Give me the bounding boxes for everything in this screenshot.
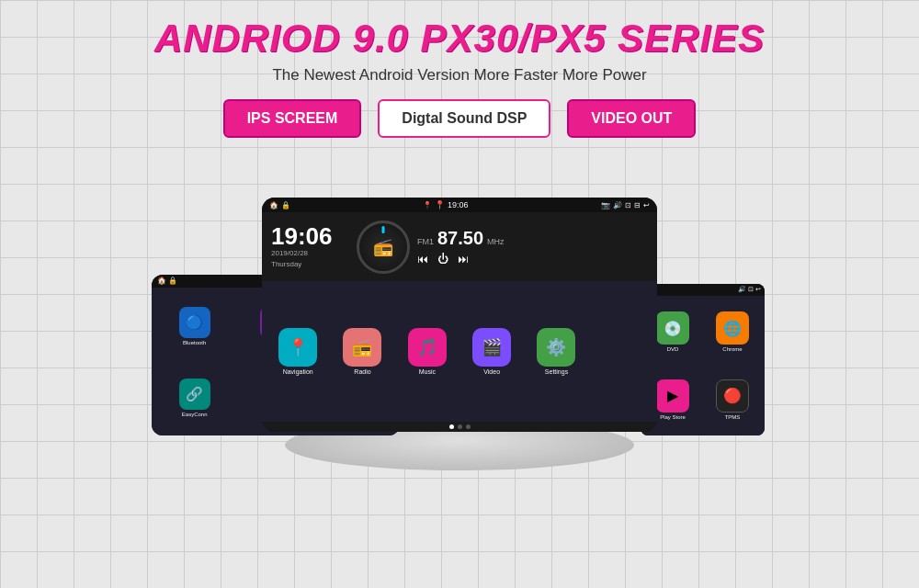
lock-icon: 🔒 bbox=[281, 201, 290, 209]
status-right-icons: 📷 🔊 ⊡ ⊟ ↩ bbox=[601, 201, 650, 209]
right-app-chrome-label: Chrome bbox=[722, 346, 742, 352]
settings-icon: ⚙️ bbox=[537, 328, 575, 367]
location-icon: 📍 bbox=[423, 201, 432, 209]
playstore-icon: ▶ bbox=[656, 379, 689, 413]
fm-unit: MHz bbox=[487, 237, 505, 246]
fm-freq-row: FM1 87.50 MHz bbox=[417, 228, 648, 249]
back-app-bluetooth-label: Bluetooth bbox=[183, 340, 206, 345]
app-settings-label: Settings bbox=[545, 368, 568, 375]
device-right: 🏠 🔊 ⊡ ↩ 💿 DVD 🌐 Chrome ▶ Play Store 🔴 bbox=[641, 284, 765, 435]
nav-dot-2 bbox=[458, 424, 462, 429]
top-info-section: 19:06 2019/02/28 Thursday 📻 FM1 87.50 MH… bbox=[262, 212, 657, 281]
back-app-easyconn[interactable]: 🔗 EasyConn bbox=[155, 363, 233, 432]
power-button[interactable]: ⏻ bbox=[437, 253, 448, 266]
right-app-dvd-label: DVD bbox=[667, 346, 679, 352]
app-radio[interactable]: 📻 Radio bbox=[332, 287, 392, 416]
video-icon: 🎬 bbox=[472, 328, 511, 367]
right-app-chrome[interactable]: 🌐 Chrome bbox=[704, 300, 761, 365]
right-app-tpms[interactable]: 🔴 TPMS bbox=[704, 368, 761, 433]
easyconn-icon: 🔗 bbox=[179, 379, 210, 410]
status-bar: 🏠 🔒 📍 📍 19:06 📷 🔊 ⊡ ⊟ ↩ bbox=[262, 198, 657, 212]
app-empty bbox=[591, 287, 652, 416]
status-left-icons: 🏠 🔒 bbox=[269, 201, 290, 209]
prev-track-button[interactable]: ⏮ bbox=[417, 253, 428, 266]
nav-dots bbox=[262, 422, 657, 432]
music-icon: 🎵 bbox=[408, 328, 447, 367]
status-time: 📍 19:06 bbox=[435, 200, 468, 209]
clock-time: 19:06 bbox=[271, 224, 349, 248]
app-music[interactable]: 🎵 Music bbox=[397, 287, 458, 416]
fm-frequency: 87.50 bbox=[437, 228, 483, 249]
camera-icon: 📷 bbox=[601, 201, 610, 209]
back-home-icon: 🏠 🔒 bbox=[157, 277, 177, 286]
app-navigation[interactable]: 📍 Navigation bbox=[267, 287, 328, 416]
navigation-icon: 📍 bbox=[278, 328, 317, 367]
app-video-label: Video bbox=[483, 368, 500, 375]
right-app-grid: 💿 DVD 🌐 Chrome ▶ Play Store 🔴 TPMS bbox=[641, 296, 765, 435]
fm-band-label: FM1 bbox=[417, 237, 434, 246]
chrome-icon: 🌐 bbox=[716, 311, 749, 345]
nav-dot-3 bbox=[466, 424, 471, 429]
badge-dsp: Digtal Sound DSP bbox=[378, 99, 550, 138]
clock-date: 2019/02/28 bbox=[271, 248, 349, 258]
app-settings[interactable]: ⚙️ Settings bbox=[526, 287, 586, 416]
dvd-icon: 💿 bbox=[656, 311, 689, 345]
badges-row: IPS SCREEM Digtal Sound DSP VIDEO OUT bbox=[223, 99, 697, 138]
status-center: 📍 📍 19:06 bbox=[423, 200, 468, 209]
radio-dial[interactable]: 📻 bbox=[357, 220, 410, 274]
bluetooth-icon: 🔵 bbox=[179, 307, 210, 338]
right-status-icons: 🔊 ⊡ ↩ bbox=[738, 286, 761, 294]
badge-video: VIDEO OUT bbox=[567, 99, 696, 138]
app-music-label: Music bbox=[419, 368, 436, 375]
radio-dial-icon: 📻 bbox=[373, 237, 393, 257]
window-icon: ⊟ bbox=[634, 201, 641, 209]
tpms-icon: 🔴 bbox=[716, 379, 749, 413]
subtitle: The Newest Android Version More Faster M… bbox=[272, 66, 646, 85]
nav-dot-1 bbox=[449, 424, 454, 429]
radio-controls: ⏮ ⏻ ⏭ bbox=[417, 253, 648, 266]
back-app-bluetooth[interactable]: 🔵 Bluetooth bbox=[155, 291, 233, 360]
screens-area: 🏠 🔒 ⊡ ⊟ ↩ 🔵 Bluetooth 🎧 A2DP 🖼️ Gallery bbox=[101, 158, 818, 470]
badge-ips: IPS SCREEM bbox=[223, 99, 362, 138]
device-front: 🏠 🔒 📍 📍 19:06 📷 🔊 ⊡ ⊟ ↩ bbox=[262, 198, 657, 432]
radio-app-icon: 📻 bbox=[343, 328, 381, 367]
screen-icon: ⊡ bbox=[625, 201, 631, 209]
app-navigation-label: Navigation bbox=[283, 368, 313, 375]
home-icon[interactable]: 🏠 bbox=[269, 201, 278, 209]
right-status-bar: 🏠 🔊 ⊡ ↩ bbox=[641, 284, 765, 296]
right-app-playstore-label: Play Store bbox=[660, 414, 686, 420]
content-wrapper: ANDRIOD 9.0 PX30/PX5 SERIES The Newest A… bbox=[0, 0, 919, 470]
back-icon[interactable]: ↩ bbox=[643, 201, 650, 209]
app-radio-label: Radio bbox=[354, 368, 370, 375]
app-video[interactable]: 🎬 Video bbox=[461, 287, 522, 416]
clock-section: 19:06 2019/02/28 Thursday bbox=[271, 224, 349, 268]
right-app-tpms-label: TPMS bbox=[725, 414, 741, 420]
radio-info: FM1 87.50 MHz ⏮ ⏻ ⏭ bbox=[417, 228, 648, 266]
main-title: ANDRIOD 9.0 PX30/PX5 SERIES bbox=[154, 17, 765, 61]
main-app-grid: 📍 Navigation 📻 Radio 🎵 Music 🎬 Video ⚙️ bbox=[262, 281, 657, 422]
next-track-button[interactable]: ⏭ bbox=[458, 253, 469, 266]
back-app-easyconn-label: EasyConn bbox=[182, 412, 208, 417]
volume-icon: 🔊 bbox=[613, 201, 622, 209]
clock-day: Thursday bbox=[271, 259, 349, 269]
